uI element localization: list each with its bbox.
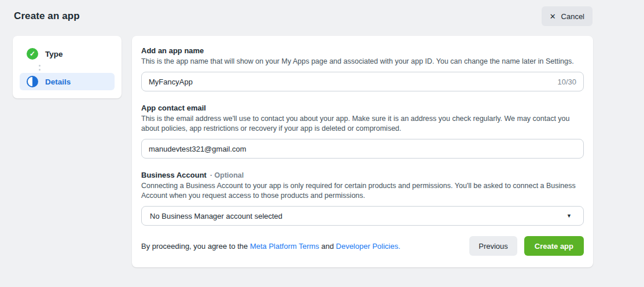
check-circle-icon: ✓ bbox=[27, 48, 38, 60]
caret-down-icon: ▼ bbox=[566, 213, 575, 219]
create-app-button[interactable]: Create app bbox=[524, 236, 584, 256]
topbar: Create an app ✕ Cancel bbox=[0, 0, 644, 32]
agreement-middle: and bbox=[319, 242, 336, 251]
stepper-sidebar: ✓ Type Details bbox=[13, 36, 122, 98]
step-details-label: Details bbox=[45, 78, 71, 86]
previous-button[interactable]: Previous bbox=[469, 236, 517, 256]
app-name-input-wrap: 10/30 bbox=[141, 72, 584, 91]
agreement-prefix: By proceeding, you agree to the bbox=[141, 242, 250, 251]
app-name-input[interactable] bbox=[149, 72, 551, 91]
cancel-button-label: Cancel bbox=[561, 12, 584, 21]
business-account-optional-label: · Optional bbox=[210, 171, 244, 179]
step-connector-dots bbox=[39, 64, 115, 72]
page-title: Create an app bbox=[14, 10, 80, 22]
check-glyph: ✓ bbox=[30, 50, 35, 57]
app-name-label: Add an app name bbox=[141, 46, 584, 55]
contact-email-input[interactable] bbox=[149, 139, 576, 158]
app-name-section: Add an app name This is the app name tha… bbox=[141, 46, 584, 91]
close-icon: ✕ bbox=[550, 13, 556, 20]
contact-email-section: App contact email This is the email addr… bbox=[141, 104, 584, 159]
business-account-section: Business Account · Optional Connecting a… bbox=[141, 171, 584, 226]
step-type-label: Type bbox=[45, 50, 63, 58]
app-name-description: This is the app name that will show on y… bbox=[141, 57, 584, 67]
meta-platform-terms-link[interactable]: Meta Platform Terms bbox=[250, 242, 319, 251]
form-footer: By proceeding, you agree to the Meta Pla… bbox=[141, 236, 584, 256]
footer-buttons: Previous Create app bbox=[469, 236, 584, 256]
create-app-page: Create an app ✕ Cancel ✓ Type Details Ad… bbox=[0, 0, 644, 287]
agreement-text: By proceeding, you agree to the Meta Pla… bbox=[141, 242, 400, 251]
step-type[interactable]: ✓ Type bbox=[20, 45, 115, 62]
business-account-select[interactable]: No Business Manager account selected ▼ bbox=[141, 206, 584, 226]
half-filled-circle-icon bbox=[27, 76, 38, 87]
contact-email-label: App contact email bbox=[141, 104, 584, 112]
app-name-char-counter: 10/30 bbox=[557, 78, 576, 86]
business-account-selected-value: No Business Manager account selected bbox=[150, 212, 282, 220]
details-form-card: Add an app name This is the app name tha… bbox=[132, 36, 593, 267]
step-details[interactable]: Details bbox=[20, 73, 115, 90]
content-area: ✓ Type Details Add an app name This is t… bbox=[0, 32, 644, 267]
contact-email-description: This is the email address we'll use to c… bbox=[141, 114, 584, 134]
business-account-label: Business Account bbox=[141, 171, 207, 179]
contact-email-input-wrap bbox=[141, 139, 584, 159]
business-account-description: Connecting a Business Account to your ap… bbox=[141, 181, 584, 201]
developer-policies-link[interactable]: Developer Policies. bbox=[336, 242, 400, 251]
cancel-button[interactable]: ✕ Cancel bbox=[542, 6, 593, 26]
business-account-label-row: Business Account · Optional bbox=[141, 171, 584, 179]
